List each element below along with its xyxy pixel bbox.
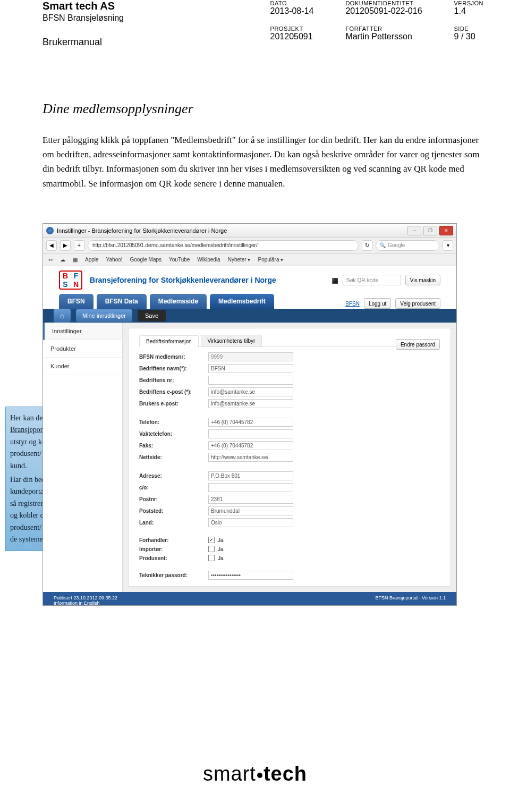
land-input[interactable]: Oslo <box>208 518 293 527</box>
window-title: Innstillinger - Bransjeforening for Stor… <box>57 227 227 234</box>
postnr-input[interactable]: 2381 <box>208 495 293 504</box>
minimize-button[interactable]: ─ <box>407 226 421 235</box>
imp-label: Importør: <box>139 546 203 552</box>
bookmark-item[interactable]: Apple <box>85 257 99 263</box>
site-name: Bransjeforening for Storkjøkkenleverandø… <box>90 276 276 284</box>
site-footer: Publisert 23.10.2012 09:35:22 Informatio… <box>43 592 456 606</box>
bepost-input[interactable]: info@samtanke.se <box>208 399 293 408</box>
epost-input[interactable]: info@samtanke.se <box>208 387 293 396</box>
medlemsnr-label: BFSN medlemsnr: <box>139 354 203 360</box>
navn-input[interactable]: BFSN <box>208 364 293 373</box>
logout-button[interactable]: Logg ut <box>364 298 391 309</box>
forward-button[interactable]: ▶ <box>60 240 71 251</box>
velg-produsent-button[interactable]: Velg produsent <box>395 298 440 309</box>
postnr-label: Postnr: <box>139 496 203 502</box>
dot-icon <box>257 773 262 778</box>
vakt-label: Vaktetelefon: <box>139 431 203 437</box>
qr-icon: ▦ <box>332 276 338 284</box>
prod-checkbox[interactable] <box>208 555 215 561</box>
tab-bfsn[interactable]: BFSN <box>59 294 94 309</box>
version-label: VERSJON <box>454 0 483 6</box>
reload-button[interactable]: ↻ <box>362 240 372 251</box>
sidebar-item-kunder[interactable]: Kunder <box>43 358 122 375</box>
faks-input[interactable]: +46 (0) 70445782 <box>208 441 293 450</box>
bookmark-item[interactable]: Yahoo! <box>106 257 123 263</box>
body-text: Etter pålogging klikk på toppfanen "Medl… <box>42 133 483 191</box>
footer-published: Publisert 23.10.2012 09:35:22 <box>54 595 117 600</box>
vakt-input[interactable] <box>208 429 293 438</box>
home-button[interactable]: ⌂ <box>54 309 71 323</box>
site-content: B F S N Bransjeforening for Storkjøkkenl… <box>43 266 456 605</box>
prosjekt-label: PROSJEKT <box>270 26 314 32</box>
inner-tab-bedriftsinfo[interactable]: Bedriftsinformasjon <box>139 335 199 347</box>
medlemsnr-input[interactable]: 9999 <box>208 352 293 361</box>
reader-icon[interactable]: ⇔ <box>48 257 53 263</box>
vis-maskin-button[interactable]: Vis maskin <box>405 275 440 285</box>
browser-screenshot: Innstillinger - Bransjeforening for Stor… <box>42 223 457 606</box>
bookmark-item[interactable]: Nyheter ▾ <box>228 257 251 263</box>
sidebar-item-produkter[interactable]: Produkter <box>43 340 122 358</box>
main-nav: BFSN BFSN Data Medlemsside Medlemsbedrif… <box>43 294 456 309</box>
author-value: Martin Pettersson <box>345 32 422 41</box>
bookmark-item[interactable]: Wikipedia <box>197 257 220 263</box>
land-label: Land: <box>139 520 203 526</box>
docid-label: DOKUMENTIDENTITET <box>345 0 422 6</box>
dato-label: DATO <box>270 0 314 6</box>
version-value: 1.4 <box>454 6 483 16</box>
section-title: Dine medlemsopplysninger <box>42 101 483 117</box>
faks-label: Faks: <box>139 443 203 449</box>
co-input[interactable] <box>208 483 293 492</box>
bookmark-item[interactable]: YouTube <box>169 257 190 263</box>
poststed-label: Poststed: <box>139 508 203 514</box>
inner-tab-virksomhet[interactable]: Virksomhetens tilbyr <box>201 335 262 346</box>
company-name: Smart tech AS <box>42 0 124 12</box>
save-button[interactable]: Save <box>138 310 166 322</box>
adr-input[interactable]: P.O.Box 601 <box>208 471 293 480</box>
prosjekt-value: 201205091 <box>270 32 314 41</box>
product-name: BFSN Bransjeløsning <box>42 13 124 23</box>
tab-medlemsbedrift[interactable]: Medlemsbedrift <box>210 294 274 309</box>
sub-tab-innstillinger[interactable]: Mine innstillinger <box>76 309 132 322</box>
nett-label: Nettside: <box>139 454 203 460</box>
poststed-input[interactable]: Brumunddal <box>208 506 293 515</box>
page-value: 9 / 30 <box>454 32 483 41</box>
maximize-button[interactable]: ☐ <box>423 226 437 235</box>
bfsn-logo: B F S N <box>59 270 82 290</box>
footer-info-link[interactable]: Information in English <box>54 600 117 606</box>
nr-input[interactable] <box>208 376 293 385</box>
forh-checkbox[interactable]: ✓ <box>208 537 215 543</box>
cloud-icon[interactable]: ☁ <box>60 257 65 263</box>
imp-checkbox[interactable] <box>208 546 215 552</box>
bfsn-link[interactable]: BFSN <box>345 301 360 307</box>
close-button[interactable]: ✕ <box>439 226 453 235</box>
nr-label: Bedriftens nr: <box>139 377 203 383</box>
prod-label: Produsent: <box>139 555 203 561</box>
qr-search-input[interactable]: Søk QR-kode <box>343 275 401 285</box>
content-section: Dine medlemsopplysninger Etter pålogging… <box>42 101 483 191</box>
manual-label: Brukermanual <box>42 37 124 48</box>
firefox-icon <box>46 227 54 234</box>
adr-label: Adresse: <box>139 473 203 479</box>
bookmark-item[interactable]: Google Maps <box>130 257 162 263</box>
tab-bfsn-data[interactable]: BFSN Data <box>97 294 147 309</box>
browser-search-input[interactable]: 🔍Google <box>376 240 439 251</box>
page-label: SIDE <box>454 26 483 32</box>
author-label: FÖRFATTER <box>345 26 422 32</box>
form-panel: Bedriftsinformasjon Virksomhetens tilbyr… <box>128 328 451 587</box>
add-tab-button[interactable]: + <box>74 240 84 251</box>
bookmark-item[interactable]: Populära ▾ <box>258 257 283 263</box>
tab-medlemsside[interactable]: Medlemsside <box>150 294 207 309</box>
tekn-input[interactable]: •••••••••••••••• <box>208 571 293 580</box>
search-icon: 🔍 <box>379 242 386 248</box>
back-button[interactable]: ◀ <box>46 240 57 251</box>
change-password-button[interactable]: Endre passord <box>396 339 440 350</box>
tekn-label: Teknikker passord: <box>139 572 203 578</box>
tel-input[interactable]: +46 (0) 70445782 <box>208 418 293 427</box>
menu-button[interactable]: ▾ <box>443 240 453 251</box>
address-bar: ◀ ▶ + http://bfsn.201205091.demo.samtank… <box>43 238 456 253</box>
grid-icon[interactable]: ▦ <box>73 257 78 263</box>
nett-input[interactable]: http://www.samtanke.se/ <box>208 453 293 462</box>
epost-label: Bedriftens e-post (*): <box>139 389 203 395</box>
sidebar-item-innstillinger[interactable]: Innstillinger <box>43 323 122 340</box>
url-input[interactable]: http://bfsn.201205091.demo.samtanke.se/m… <box>88 240 359 251</box>
